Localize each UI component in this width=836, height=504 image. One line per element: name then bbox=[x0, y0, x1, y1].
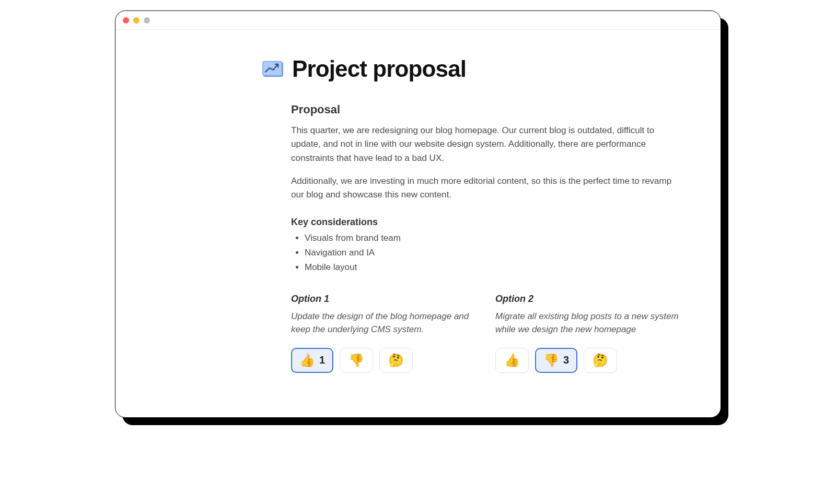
thumbs-down-icon: 👎 bbox=[543, 354, 559, 367]
thumbs-down-icon: 👎 bbox=[349, 354, 364, 367]
page-title[interactable]: Project proposal bbox=[292, 56, 466, 82]
proposal-paragraph-2[interactable]: Additionally, we are investing in much m… bbox=[291, 174, 679, 202]
list-item[interactable]: Visuals from brand team bbox=[305, 233, 679, 243]
window-close-button[interactable] bbox=[123, 17, 129, 24]
list-item[interactable]: Mobile layout bbox=[305, 262, 679, 273]
option-description[interactable]: Update the design of the blog homepage a… bbox=[291, 310, 474, 336]
document-page: Project proposal Proposal This quarter, … bbox=[115, 30, 721, 404]
app-window: Project proposal Proposal This quarter, … bbox=[115, 10, 721, 418]
reaction-thumbs-down-button[interactable]: 👎 3 bbox=[535, 348, 577, 373]
thumbs-up-icon: 👍 bbox=[299, 354, 315, 367]
reaction-count: 3 bbox=[563, 354, 569, 366]
page-icon[interactable] bbox=[262, 57, 285, 80]
reaction-thinking-button[interactable]: 🤔 bbox=[584, 348, 617, 373]
reaction-thumbs-up-button[interactable]: 👍 bbox=[495, 348, 529, 373]
option-column: Option 1 Update the design of the blog h… bbox=[291, 294, 474, 373]
proposal-paragraph-1[interactable]: This quarter, we are redesigning our blo… bbox=[291, 124, 679, 165]
thinking-face-icon: 🤔 bbox=[388, 354, 404, 367]
option-title[interactable]: Option 2 bbox=[495, 294, 679, 304]
window-titlebar bbox=[115, 11, 721, 30]
reaction-row: 👍 👎 3 🤔 bbox=[495, 348, 679, 373]
thinking-face-icon: 🤔 bbox=[593, 354, 608, 367]
key-considerations-list: Visuals from brand team Navigation and I… bbox=[291, 233, 679, 273]
list-item[interactable]: Navigation and IA bbox=[305, 248, 679, 258]
proposal-heading[interactable]: Proposal bbox=[291, 103, 679, 116]
option-title[interactable]: Option 1 bbox=[291, 294, 474, 304]
option-column: Option 2 Migrate all existing blog posts… bbox=[495, 294, 679, 373]
key-considerations-heading[interactable]: Key considerations bbox=[291, 217, 679, 228]
reaction-row: 👍 1 👎 🤔 bbox=[291, 348, 474, 373]
window-zoom-button[interactable] bbox=[144, 17, 150, 24]
thumbs-up-icon: 👍 bbox=[504, 354, 520, 367]
reaction-thinking-button[interactable]: 🤔 bbox=[379, 348, 413, 373]
option-description[interactable]: Migrate all existing blog posts to a new… bbox=[495, 310, 679, 336]
reaction-thumbs-down-button[interactable]: 👎 bbox=[340, 348, 373, 373]
reaction-thumbs-up-button[interactable]: 👍 1 bbox=[291, 348, 333, 373]
svg-rect-1 bbox=[263, 61, 282, 75]
window-minimize-button[interactable] bbox=[133, 17, 140, 24]
reaction-count: 1 bbox=[319, 354, 325, 366]
